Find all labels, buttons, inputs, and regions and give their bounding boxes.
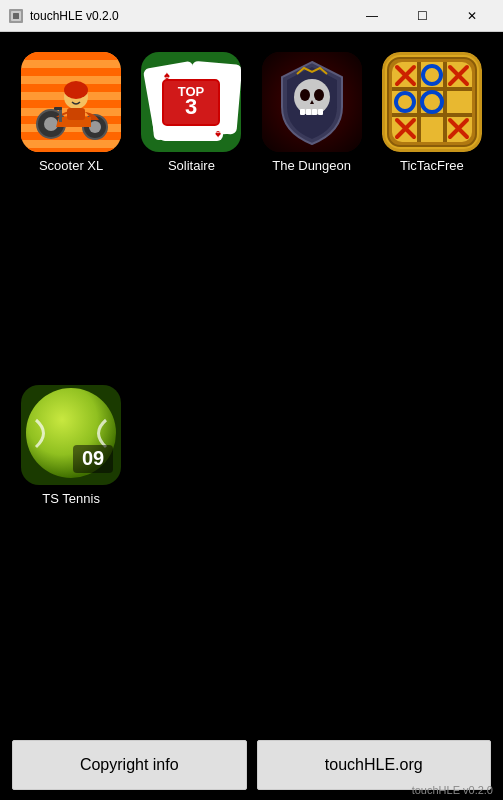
svg-rect-2 [13,13,19,19]
svg-rect-5 [21,68,121,76]
app-label-dungeon: The Dungeon [272,158,351,173]
svg-rect-41 [306,109,311,115]
website-button[interactable]: touchHLE.org [257,740,492,790]
svg-text:♠: ♠ [164,69,170,81]
svg-rect-10 [21,148,121,152]
svg-rect-4 [21,52,121,60]
app-item-solitaire[interactable]: TOP 3 ♠ ♠ Solitaire [135,52,247,377]
svg-point-18 [64,81,88,99]
app-icon-tictac [382,52,482,152]
copyright-button[interactable]: Copyright info [12,740,247,790]
svg-text:3: 3 [185,94,197,119]
svg-rect-42 [312,109,317,115]
svg-rect-19 [67,108,85,120]
window-controls: — ☐ ✕ [349,0,495,32]
svg-point-39 [314,89,324,101]
app-icon-solitaire: TOP 3 ♠ ♠ [141,52,241,152]
app-icon [8,8,24,24]
maximize-button[interactable]: ☐ [399,0,445,32]
app-label-tennis: TS Tennis [42,491,100,506]
app-item-scooter[interactable]: Scooter XL [15,52,127,377]
app-item-tennis[interactable]: 09 TS Tennis [15,385,127,710]
svg-rect-40 [300,109,305,115]
svg-text:♠: ♠ [215,129,221,141]
svg-text:09: 09 [82,447,104,469]
svg-rect-21 [54,107,62,110]
svg-point-12 [44,117,58,131]
app-item-tictac[interactable]: TicTacFree [376,52,488,377]
window-title: touchHLE v0.2.0 [30,9,349,23]
app-icon-tennis: 09 [21,385,121,485]
title-bar: touchHLE v0.2.0 — ☐ ✕ [0,0,503,32]
svg-rect-43 [318,109,323,115]
apps-grid: Scooter XL TOP 3 [0,32,503,730]
app-icon-dungeon [262,52,362,152]
app-label-tictac: TicTacFree [400,158,464,173]
app-icon-scooter [21,52,121,152]
app-label-solitaire: Solitaire [168,158,215,173]
app-label-scooter: Scooter XL [39,158,103,173]
minimize-button[interactable]: — [349,0,395,32]
app-item-dungeon[interactable]: The Dungeon [256,52,368,377]
close-button[interactable]: ✕ [449,0,495,32]
version-label: touchHLE v0.2.0 [412,784,493,796]
main-content: Scooter XL TOP 3 [0,32,503,800]
svg-point-38 [300,89,310,101]
